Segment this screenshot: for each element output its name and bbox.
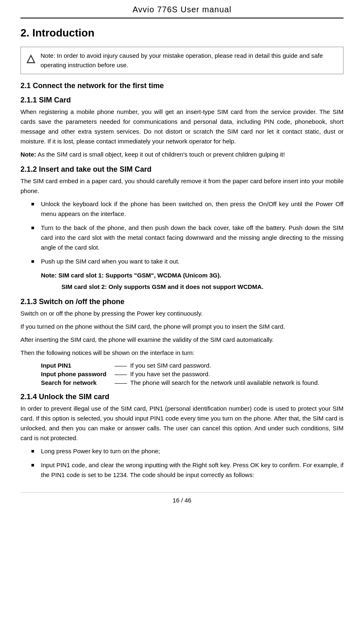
- footer-text: 16 / 46: [173, 497, 192, 504]
- section213-title: 2.1.3 Switch on /off the phone: [20, 298, 344, 306]
- section214-body: In order to prevent illegal use of the S…: [20, 404, 344, 443]
- warning-icon: △: [27, 52, 35, 65]
- section213-para3: After inserting the SIM card, the phone …: [20, 335, 344, 345]
- section212-note1: Note: SIM card slot 1: Supports "GSM", W…: [41, 270, 344, 280]
- section213-para1: Switch on or off the phone by pressing t…: [20, 309, 344, 318]
- table-value: If you set SIM card password.: [130, 361, 319, 370]
- section211-title: 2.1.1 SIM Card: [20, 96, 344, 105]
- section212-body: The SIM card embed in a paper card, you …: [20, 176, 344, 196]
- section212-bullets: Unlock the keyboard lock if the phone ha…: [33, 199, 344, 266]
- page-footer: 16 / 46: [20, 492, 344, 504]
- bullet-item: Push up the SIM card when you want to ta…: [33, 257, 344, 266]
- bullet-item: Turn to the back of the phone, and then …: [33, 223, 344, 252]
- table-row: Input phone password —— If you have set …: [41, 370, 319, 378]
- table-dash: ——: [115, 370, 130, 378]
- note-text: Note: In order to avoid injury caused by…: [41, 51, 337, 70]
- section211-body: When registering a mobile phone number, …: [20, 107, 344, 146]
- page-container: Avvio 776S User manual 2. Introduction △…: [0, 0, 364, 625]
- section212-title: 2.1.2 Insert and take out the SIM Card: [20, 165, 344, 174]
- header-title: Avvio 776S User manual: [133, 5, 232, 14]
- table-dash: ——: [115, 378, 130, 387]
- bullet-item: Long press Power key to turn on the phon…: [33, 446, 344, 456]
- table-label: Search for network: [41, 378, 115, 387]
- table-row: Search for network —— The phone will sea…: [41, 378, 319, 387]
- section214-title: 2.1.4 Unlock the SIM card: [20, 393, 344, 401]
- table-label: Input phone password: [41, 370, 115, 378]
- table-value: The phone will search for the network un…: [130, 378, 319, 387]
- table-value: If you have set the password.: [130, 370, 319, 378]
- bullet-item: Unlock the keyboard lock if the phone ha…: [33, 199, 344, 219]
- section213-table: Input PIN1 —— If you set SIM card passwo…: [41, 361, 319, 387]
- section213-para4: Then the following notices will be shown…: [20, 348, 344, 358]
- note-label: Note:: [20, 151, 36, 158]
- section21-title: 2.1 Connect the network for the first ti…: [20, 82, 344, 90]
- section214-bullets: Long press Power key to turn on the phon…: [33, 446, 344, 480]
- section211-note-text: As the SIM card is small object, keep it…: [38, 151, 285, 158]
- section213-para2: If you turned on the phone without the S…: [20, 322, 344, 332]
- bullet-item: Input PIN1 code, and clear the wrong inp…: [33, 460, 344, 480]
- note-box: △ Note: In order to avoid injury caused …: [20, 47, 344, 74]
- table-label: Input PIN1: [41, 361, 115, 370]
- section211-note: Note: As the SIM card is small object, k…: [20, 150, 344, 159]
- section212-note2: SIM card slot 2: Only supports GSM and i…: [61, 282, 344, 292]
- page-header: Avvio 776S User manual: [20, 0, 344, 18]
- table-dash: ——: [115, 361, 130, 370]
- table-row: Input PIN1 —— If you set SIM card passwo…: [41, 361, 319, 370]
- section2-title: 2. Introduction: [20, 27, 344, 39]
